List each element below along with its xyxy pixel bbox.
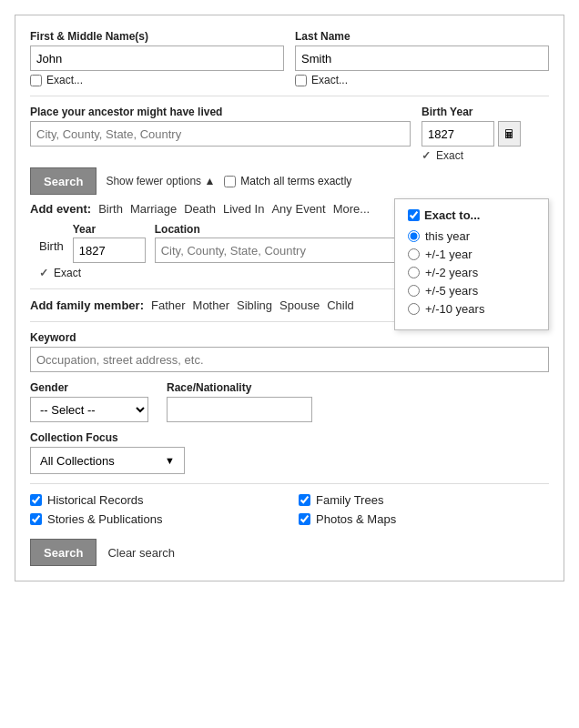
- first-name-exact-checkbox[interactable]: [30, 75, 42, 86]
- event-birth-link[interactable]: Birth: [98, 202, 123, 216]
- historical-records-checkbox[interactable]: [30, 494, 42, 506]
- add-event-label: Add event:: [30, 202, 91, 216]
- radio-this-year[interactable]: [408, 230, 420, 242]
- race-label: Race/Nationality: [167, 381, 312, 394]
- search-form: First & Middle Name(s) Exact... Last Nam…: [15, 15, 564, 581]
- exact-to-title: Exact to...: [424, 208, 480, 222]
- last-name-exact-label: Exact...: [311, 74, 348, 86]
- place-label: Place your ancestor might have lived: [30, 106, 411, 118]
- collection-dropdown-button[interactable]: All Collections ▼: [30, 447, 185, 474]
- family-mother-link[interactable]: Mother: [193, 298, 229, 312]
- event-any-event-link[interactable]: Any Event: [271, 202, 325, 216]
- clear-search-link[interactable]: Clear search: [107, 546, 175, 560]
- first-name-label: First & Middle Name(s): [30, 30, 284, 43]
- family-trees-checkbox[interactable]: [299, 494, 310, 506]
- family-spouse-link[interactable]: Spouse: [279, 298, 320, 312]
- event-more-link[interactable]: More...: [333, 202, 370, 216]
- exact-tick: ✓: [422, 149, 431, 162]
- fewer-options-link[interactable]: Show fewer options ▲: [106, 175, 215, 187]
- match-all-checkbox[interactable]: [224, 176, 236, 187]
- add-family-label: Add family member:: [30, 298, 144, 312]
- checkbox-grid: Historical Records Family Trees Stories …: [30, 493, 549, 526]
- last-name-label: Last Name: [295, 30, 549, 43]
- radio-this-year-label: this year: [425, 229, 470, 243]
- radio-plus-minus-5[interactable]: [408, 285, 420, 297]
- photos-maps-label: Photos & Maps: [316, 512, 396, 526]
- photos-maps-checkbox[interactable]: [299, 513, 310, 525]
- stories-publications-label: Stories & Publications: [47, 512, 162, 526]
- family-father-link[interactable]: Father: [151, 298, 186, 312]
- collection-selected-label: All Collections: [40, 454, 115, 468]
- stories-publications-checkbox[interactable]: [30, 513, 42, 525]
- family-sibling-link[interactable]: Sibling: [237, 298, 272, 312]
- gender-select[interactable]: -- Select -- Male Female: [30, 397, 148, 422]
- radio-plus-minus-2[interactable]: [408, 267, 420, 278]
- event-marriage-link[interactable]: Marriage: [130, 202, 177, 216]
- birth-year-input[interactable]: [422, 121, 494, 147]
- radio-plus-minus-1-label: +/-1 year: [425, 248, 472, 261]
- radio-plus-minus-2-label: +/-2 years: [425, 266, 478, 279]
- last-name-exact-checkbox[interactable]: [295, 75, 307, 86]
- first-name-exact-label: Exact...: [46, 74, 83, 86]
- birth-year-event-input[interactable]: [73, 238, 146, 263]
- family-child-link[interactable]: Child: [327, 298, 354, 312]
- first-name-input[interactable]: [30, 46, 284, 71]
- birth-event-label: Birth: [39, 223, 64, 253]
- radio-plus-minus-1[interactable]: [408, 248, 420, 260]
- event-death-link[interactable]: Death: [184, 202, 216, 216]
- radio-plus-minus-10-label: +/-10 years: [425, 302, 484, 316]
- keyword-input[interactable]: [30, 347, 549, 372]
- gender-label: Gender: [30, 381, 148, 394]
- dropdown-arrow-icon: ▼: [165, 455, 175, 466]
- exact-to-checkbox[interactable]: [408, 209, 420, 221]
- exact-label: Exact: [436, 149, 463, 162]
- race-input[interactable]: [167, 397, 312, 422]
- exact-dropdown: Exact to... this year +/-1 year +/-2 yea…: [394, 198, 549, 330]
- event-lived-in-link[interactable]: Lived In: [223, 202, 265, 216]
- family-trees-label: Family Trees: [316, 493, 383, 507]
- radio-plus-minus-5-label: +/-5 years: [425, 284, 478, 298]
- radio-plus-minus-10[interactable]: [408, 303, 420, 315]
- search-button-top[interactable]: Search: [30, 167, 96, 195]
- birth-year-label: Birth Year: [422, 106, 549, 118]
- search-button-bottom[interactable]: Search: [30, 539, 96, 566]
- collection-focus-label: Collection Focus: [30, 431, 549, 444]
- last-name-input[interactable]: [295, 46, 549, 71]
- match-all-label: Match all terms exactly: [240, 175, 351, 187]
- birth-exact-label: Exact: [54, 267, 81, 279]
- historical-records-label: Historical Records: [47, 493, 143, 507]
- birth-exact-tick: ✓: [39, 267, 48, 279]
- year-col-label: Year: [73, 223, 146, 236]
- place-input[interactable]: [30, 121, 411, 147]
- calc-button[interactable]: 🖩: [498, 121, 521, 147]
- keyword-label: Keyword: [30, 331, 549, 344]
